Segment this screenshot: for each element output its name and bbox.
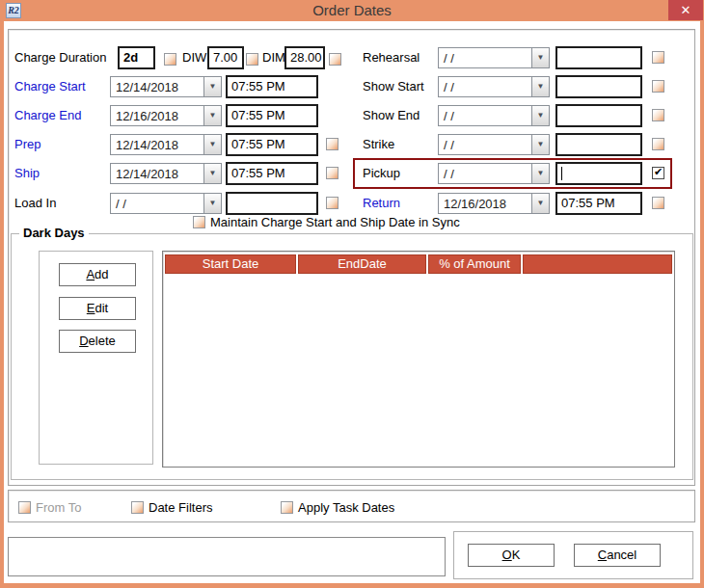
- charge-start-date-value: 12/14/2018: [116, 80, 178, 94]
- dates-section: Charge Duration 2d DIW 7.00 DIM 28.00 Ch…: [8, 29, 695, 486]
- chevron-down-icon: ▼: [532, 164, 549, 183]
- pickup-date-combo[interactable]: / / ▼: [438, 163, 550, 184]
- return-time-field[interactable]: 07:55 PM: [555, 192, 642, 215]
- dialog-content: Charge Duration 2d DIW 7.00 DIM 28.00 Ch…: [4, 21, 700, 583]
- load-in-date-combo[interactable]: / / ▼: [110, 193, 222, 214]
- show-start-checkbox[interactable]: [652, 80, 664, 93]
- pickup-date-value: / /: [444, 167, 454, 181]
- show-start-label: Show Start: [363, 79, 424, 94]
- charge-end-row: Charge End 12/16/2018 ▼ 07:55 PM: [14, 102, 348, 129]
- show-end-dropdown-button[interactable]: ▼: [531, 106, 549, 125]
- apply-task-dates-checkbox[interactable]: [281, 501, 293, 514]
- from-to-checkbox[interactable]: [18, 501, 31, 514]
- charge-start-date-combo[interactable]: 12/14/2018 ▼: [110, 76, 222, 97]
- show-end-label: Show End: [363, 108, 420, 122]
- charge-start-row: Charge Start 12/14/2018 ▼ 07:55 PM: [14, 73, 348, 100]
- charge-end-date-combo[interactable]: 12/16/2018 ▼: [110, 105, 222, 126]
- show-start-dropdown-button[interactable]: ▼: [531, 77, 549, 96]
- note-input[interactable]: [8, 537, 446, 576]
- show-end-time-field[interactable]: [555, 104, 642, 127]
- date-filters-label: Date Filters: [149, 500, 212, 515]
- prep-checkbox[interactable]: [326, 138, 338, 150]
- close-icon: ✕: [681, 3, 691, 17]
- from-to-label: From To: [36, 500, 81, 515]
- diw-checkbox[interactable]: [246, 53, 258, 66]
- rehearsal-time-field[interactable]: [555, 46, 642, 69]
- rehearsal-date-combo[interactable]: / / ▼: [438, 47, 550, 68]
- dim-field[interactable]: 28.00: [284, 46, 325, 69]
- ship-time-field[interactable]: 07:55 PM: [226, 162, 318, 185]
- load-in-time-field[interactable]: [226, 192, 318, 215]
- chevron-down-icon: ▼: [204, 194, 221, 213]
- close-button[interactable]: ✕: [668, 0, 703, 20]
- ship-label: Ship: [14, 166, 40, 180]
- rehearsal-dropdown-button[interactable]: ▼: [531, 48, 549, 67]
- prep-dropdown-button[interactable]: ▼: [203, 135, 221, 154]
- strike-date-combo[interactable]: / / ▼: [438, 134, 550, 155]
- pickup-checkbox[interactable]: ✔: [652, 167, 664, 179]
- cancel-button[interactable]: Cancel: [574, 544, 661, 567]
- chevron-down-icon: ▼: [204, 106, 221, 125]
- dark-days-button-panel: Add Edit Delete: [39, 251, 153, 465]
- charge-duration-label: Charge Duration: [14, 50, 106, 65]
- show-end-row: Show End / / ▼: [355, 102, 670, 129]
- strike-date-value: / /: [444, 138, 454, 152]
- charge-end-dropdown-button[interactable]: ▼: [203, 106, 221, 125]
- charge-end-time-field[interactable]: 07:55 PM: [226, 104, 318, 127]
- column-header-end-date[interactable]: EndDate: [298, 254, 426, 274]
- dark-days-title: Dark Days: [19, 226, 89, 240]
- ship-checkbox[interactable]: [326, 167, 338, 179]
- chevron-down-icon: ▼: [204, 164, 221, 183]
- strike-checkbox[interactable]: [652, 138, 664, 150]
- rehearsal-checkbox[interactable]: [652, 51, 664, 64]
- charge-end-label: Charge End: [14, 108, 81, 122]
- show-end-checkbox[interactable]: [652, 109, 664, 121]
- return-dropdown-button[interactable]: ▼: [531, 194, 549, 213]
- return-checkbox[interactable]: [652, 197, 664, 209]
- strike-time-field[interactable]: [555, 133, 642, 156]
- strike-label: Strike: [363, 137, 394, 151]
- rehearsal-row: Rehearsal / / ▼: [355, 44, 670, 71]
- title-bar[interactable]: R2 Order Dates ✕: [0, 0, 704, 21]
- edit-button[interactable]: Edit: [59, 297, 136, 320]
- chevron-down-icon: ▼: [532, 194, 549, 213]
- text-caret: [561, 167, 562, 180]
- show-start-date-combo[interactable]: / / ▼: [438, 76, 550, 97]
- ship-date-combo[interactable]: 12/14/2018 ▼: [110, 163, 222, 184]
- charge-start-time-field[interactable]: 07:55 PM: [226, 75, 318, 98]
- load-in-label: Load In: [14, 196, 56, 210]
- column-header-percent-amount[interactable]: % of Amount: [428, 254, 521, 274]
- load-in-checkbox[interactable]: [326, 197, 338, 209]
- dark-days-table[interactable]: Start Date EndDate % of Amount: [162, 251, 675, 468]
- ship-dropdown-button[interactable]: ▼: [203, 164, 221, 183]
- chevron-down-icon: ▼: [532, 106, 549, 125]
- pickup-time-field[interactable]: [555, 162, 642, 185]
- from-to-option: From To: [18, 498, 81, 514]
- apply-task-dates-option: Apply Task Dates: [281, 498, 394, 514]
- charge-duration-field[interactable]: 2d: [118, 46, 155, 69]
- show-start-date-value: / /: [444, 80, 454, 94]
- sync-checkbox[interactable]: [193, 216, 205, 228]
- add-button[interactable]: Add: [59, 263, 136, 286]
- show-end-date-combo[interactable]: / / ▼: [438, 105, 550, 126]
- pickup-dropdown-button[interactable]: ▼: [531, 164, 549, 183]
- prep-date-combo[interactable]: 12/14/2018 ▼: [110, 134, 222, 155]
- diw-field[interactable]: 7.00: [207, 46, 244, 69]
- chevron-down-icon: ▼: [532, 48, 549, 67]
- return-date-combo[interactable]: 12/16/2018 ▼: [438, 193, 550, 214]
- delete-button[interactable]: Delete: [59, 330, 136, 353]
- return-date-value: 12/16/2018: [444, 197, 506, 211]
- column-header-start-date[interactable]: Start Date: [165, 254, 296, 274]
- dialog-title: Order Dates: [0, 2, 704, 18]
- charge-duration-checkbox[interactable]: [164, 53, 176, 66]
- filter-section: From To Date Filters Apply Task Dates: [8, 490, 695, 522]
- charge-start-dropdown-button[interactable]: ▼: [203, 77, 221, 96]
- ok-button[interactable]: OK: [468, 544, 555, 567]
- strike-dropdown-button[interactable]: ▼: [531, 135, 549, 154]
- dim-checkbox[interactable]: [329, 53, 341, 66]
- action-button-panel: OK Cancel: [453, 531, 693, 579]
- date-filters-checkbox[interactable]: [131, 501, 144, 514]
- load-in-dropdown-button[interactable]: ▼: [203, 194, 221, 213]
- show-start-time-field[interactable]: [555, 75, 642, 98]
- prep-time-field[interactable]: 07:55 PM: [226, 133, 318, 156]
